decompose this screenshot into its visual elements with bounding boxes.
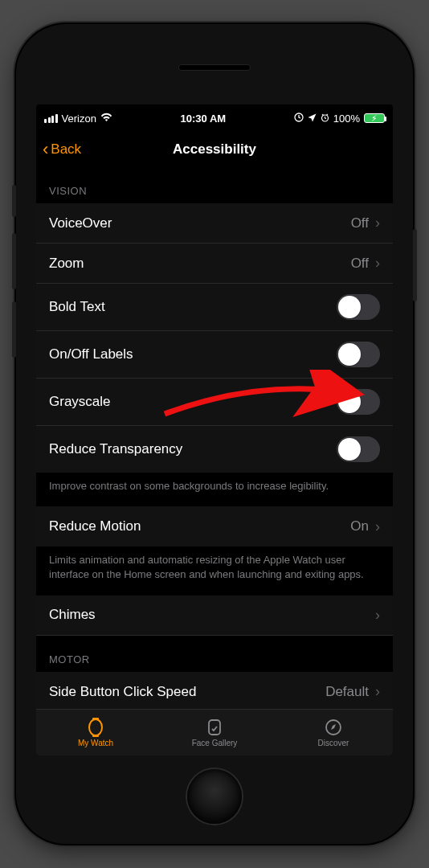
row-reduce-transparency: Reduce Transparency xyxy=(36,426,393,473)
chevron-right-icon: › xyxy=(375,683,380,700)
home-button[interactable] xyxy=(187,769,242,824)
toggle-bold-text[interactable] xyxy=(337,294,380,320)
row-value: Off xyxy=(351,256,369,272)
toggle-onoff-labels[interactable] xyxy=(337,342,380,367)
carrier-label: Verizon xyxy=(62,113,96,125)
row-value: Default xyxy=(325,684,369,700)
tab-label: Face Gallery xyxy=(192,739,238,747)
watch-icon xyxy=(85,718,106,737)
mute-switch xyxy=(12,185,16,217)
location-icon xyxy=(308,113,317,125)
tab-label: Discover xyxy=(318,739,349,747)
chevron-left-icon: ‹ xyxy=(43,141,48,158)
phone-frame: Verizon 10:30 AM 100% ⚡︎ xyxy=(16,24,413,844)
nav-bar: ‹ Back Accessibility xyxy=(36,132,393,167)
earpiece-speaker xyxy=(178,64,251,71)
volume-up-button xyxy=(12,233,16,289)
alarm-icon xyxy=(321,113,329,125)
tab-bar: My Watch Face Gallery Discover xyxy=(36,709,393,755)
cellular-signal-icon xyxy=(44,114,58,123)
row-label: Chimes xyxy=(49,607,96,623)
back-label: Back xyxy=(51,141,81,158)
section-header-vision: VISION xyxy=(36,167,393,203)
tab-discover[interactable]: Discover xyxy=(274,710,393,755)
row-reduce-motion[interactable]: Reduce Motion On › xyxy=(36,506,393,547)
row-label: Reduce Transparency xyxy=(49,441,182,457)
row-label: On/Off Labels xyxy=(49,346,133,362)
row-chimes[interactable]: Chimes › xyxy=(36,596,393,636)
battery-percent: 100% xyxy=(333,113,360,125)
compass-icon xyxy=(323,718,344,737)
chevron-right-icon: › xyxy=(375,215,380,231)
section-header-motor: MOTOR xyxy=(36,636,393,672)
row-onoff-labels: On/Off Labels xyxy=(36,331,393,379)
toggle-grayscale[interactable] xyxy=(337,389,380,415)
battery-icon: ⚡︎ xyxy=(364,113,385,123)
face-gallery-icon xyxy=(204,718,225,737)
row-bold-text: Bold Text xyxy=(36,284,393,331)
row-label: Grayscale xyxy=(49,394,111,410)
power-button xyxy=(413,229,417,301)
note-reduce-transparency: Improve contrast on some backgrounds to … xyxy=(36,473,393,506)
tab-face-gallery[interactable]: Face Gallery xyxy=(155,710,274,755)
chevron-right-icon: › xyxy=(375,518,380,535)
chevron-right-icon: › xyxy=(375,255,380,272)
screen: Verizon 10:30 AM 100% ⚡︎ xyxy=(36,104,393,755)
toggle-reduce-transparency[interactable] xyxy=(337,436,380,462)
settings-list[interactable]: VISION VoiceOver Off › Zoom Off › Bold T… xyxy=(36,167,393,709)
page-title: Accessibility xyxy=(173,141,256,158)
svg-point-2 xyxy=(89,719,102,735)
clock-time: 10:30 AM xyxy=(181,113,227,125)
back-button[interactable]: ‹ Back xyxy=(43,132,81,167)
volume-down-button xyxy=(12,301,16,358)
svg-rect-4 xyxy=(92,735,99,737)
note-reduce-motion: Limits animation and automatic resizing … xyxy=(36,547,393,595)
row-label: Bold Text xyxy=(49,299,105,315)
row-zoom[interactable]: Zoom Off › xyxy=(36,244,393,284)
row-side-button-speed[interactable]: Side Button Click Speed Default › xyxy=(36,672,393,709)
svg-rect-3 xyxy=(92,718,99,720)
chevron-right-icon: › xyxy=(375,607,380,624)
row-grayscale: Grayscale xyxy=(36,379,393,426)
wifi-icon xyxy=(100,113,112,125)
tab-label: My Watch xyxy=(78,739,113,747)
row-label: Reduce Motion xyxy=(49,518,141,534)
row-value: On xyxy=(350,518,369,534)
row-label: VoiceOver xyxy=(49,215,112,231)
tab-my-watch[interactable]: My Watch xyxy=(36,710,155,755)
row-label: Zoom xyxy=(49,256,84,272)
orientation-lock-icon xyxy=(294,113,304,125)
row-value: Off xyxy=(351,215,369,231)
row-label: Side Button Click Speed xyxy=(49,684,196,700)
status-bar: Verizon 10:30 AM 100% ⚡︎ xyxy=(36,104,393,132)
row-voiceover[interactable]: VoiceOver Off › xyxy=(36,203,393,244)
svg-rect-5 xyxy=(209,720,220,735)
